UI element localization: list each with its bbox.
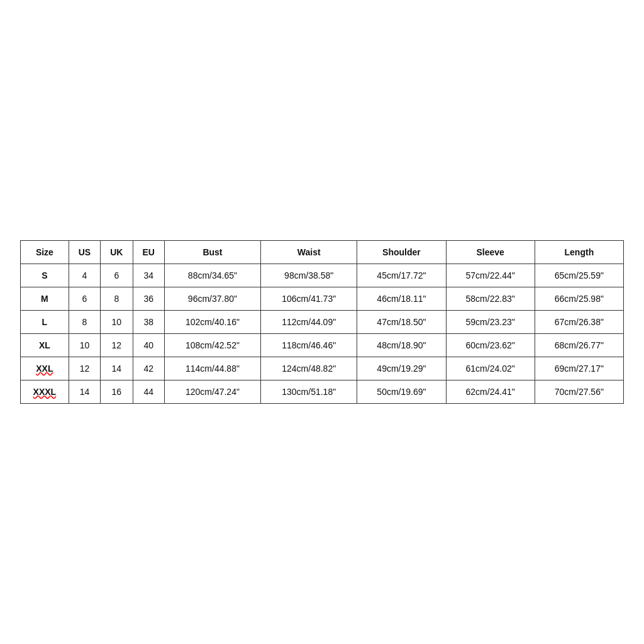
cell-us-4: 12	[69, 357, 100, 380]
cell-sleeve-4: 61cm/24.02"	[446, 357, 535, 380]
cell-shoulder-2: 47cm/18.50"	[357, 311, 446, 334]
header-shoulder: Shoulder	[357, 241, 446, 264]
cell-waist-0: 98cm/38.58"	[261, 264, 357, 287]
table-row: XXL121442114cm/44.88"124cm/48.82"49cm/19…	[21, 357, 624, 380]
cell-size-5: XXXL	[21, 380, 69, 404]
cell-us-5: 14	[69, 380, 100, 404]
cell-length-5: 70cm/27.56"	[535, 380, 623, 404]
cell-shoulder-3: 48cm/18.90"	[357, 334, 446, 357]
header-sleeve: Sleeve	[446, 241, 535, 264]
cell-waist-3: 118cm/46.46"	[261, 334, 357, 357]
cell-length-0: 65cm/25.59"	[535, 264, 623, 287]
cell-length-2: 67cm/26.38"	[535, 311, 623, 334]
cell-sleeve-3: 60cm/23.62"	[446, 334, 535, 357]
table-row: XL101240108cm/42.52"118cm/46.46"48cm/18.…	[21, 334, 624, 357]
header-waist: Waist	[261, 241, 357, 264]
cell-uk-3: 12	[101, 334, 133, 357]
cell-waist-5: 130cm/51.18"	[261, 380, 357, 404]
cell-eu-4: 42	[133, 357, 164, 380]
cell-size-4: XXL	[21, 357, 69, 380]
cell-eu-3: 40	[133, 334, 164, 357]
header-us: US	[69, 241, 100, 264]
cell-shoulder-5: 50cm/19.69"	[357, 380, 446, 404]
cell-us-2: 8	[69, 311, 100, 334]
cell-size-3: XL	[21, 334, 69, 357]
cell-length-3: 68cm/26.77"	[535, 334, 623, 357]
table-row: L81038102cm/40.16"112cm/44.09"47cm/18.50…	[21, 311, 624, 334]
cell-eu-0: 34	[133, 264, 164, 287]
size-chart-container: Size US UK EU Bust Waist Shoulder Sleeve…	[20, 240, 624, 404]
cell-waist-1: 106cm/41.73"	[261, 287, 357, 311]
cell-uk-2: 10	[101, 311, 133, 334]
cell-sleeve-5: 62cm/24.41"	[446, 380, 535, 404]
cell-waist-4: 124cm/48.82"	[261, 357, 357, 380]
cell-us-1: 6	[69, 287, 100, 311]
header-bust: Bust	[164, 241, 260, 264]
cell-bust-1: 96cm/37.80"	[164, 287, 260, 311]
cell-waist-2: 112cm/44.09"	[261, 311, 357, 334]
cell-length-1: 66cm/25.98"	[535, 287, 623, 311]
size-chart-table: Size US UK EU Bust Waist Shoulder Sleeve…	[20, 240, 624, 404]
cell-sleeve-2: 59cm/23.23"	[446, 311, 535, 334]
cell-us-0: 4	[69, 264, 100, 287]
cell-bust-4: 114cm/44.88"	[164, 357, 260, 380]
cell-uk-4: 14	[101, 357, 133, 380]
cell-size-2: L	[21, 311, 69, 334]
header-eu: EU	[133, 241, 164, 264]
cell-eu-1: 36	[133, 287, 164, 311]
cell-bust-0: 88cm/34.65"	[164, 264, 260, 287]
table-header-row: Size US UK EU Bust Waist Shoulder Sleeve…	[21, 241, 624, 264]
cell-size-0: S	[21, 264, 69, 287]
cell-sleeve-0: 57cm/22.44"	[446, 264, 535, 287]
cell-bust-3: 108cm/42.52"	[164, 334, 260, 357]
cell-eu-5: 44	[133, 380, 164, 404]
cell-shoulder-4: 49cm/19.29"	[357, 357, 446, 380]
cell-uk-5: 16	[101, 380, 133, 404]
header-size: Size	[21, 241, 69, 264]
cell-length-4: 69cm/27.17"	[535, 357, 623, 380]
cell-size-1: M	[21, 287, 69, 311]
header-uk: UK	[101, 241, 133, 264]
cell-eu-2: 38	[133, 311, 164, 334]
cell-sleeve-1: 58cm/22.83"	[446, 287, 535, 311]
table-row: M683696cm/37.80"106cm/41.73"46cm/18.11"5…	[21, 287, 624, 311]
cell-uk-0: 6	[101, 264, 133, 287]
table-row: XXXL141644120cm/47.24"130cm/51.18"50cm/1…	[21, 380, 624, 404]
cell-us-3: 10	[69, 334, 100, 357]
cell-uk-1: 8	[101, 287, 133, 311]
cell-shoulder-0: 45cm/17.72"	[357, 264, 446, 287]
cell-bust-5: 120cm/47.24"	[164, 380, 260, 404]
cell-bust-2: 102cm/40.16"	[164, 311, 260, 334]
table-row: S463488cm/34.65"98cm/38.58"45cm/17.72"57…	[21, 264, 624, 287]
header-length: Length	[535, 241, 623, 264]
cell-shoulder-1: 46cm/18.11"	[357, 287, 446, 311]
